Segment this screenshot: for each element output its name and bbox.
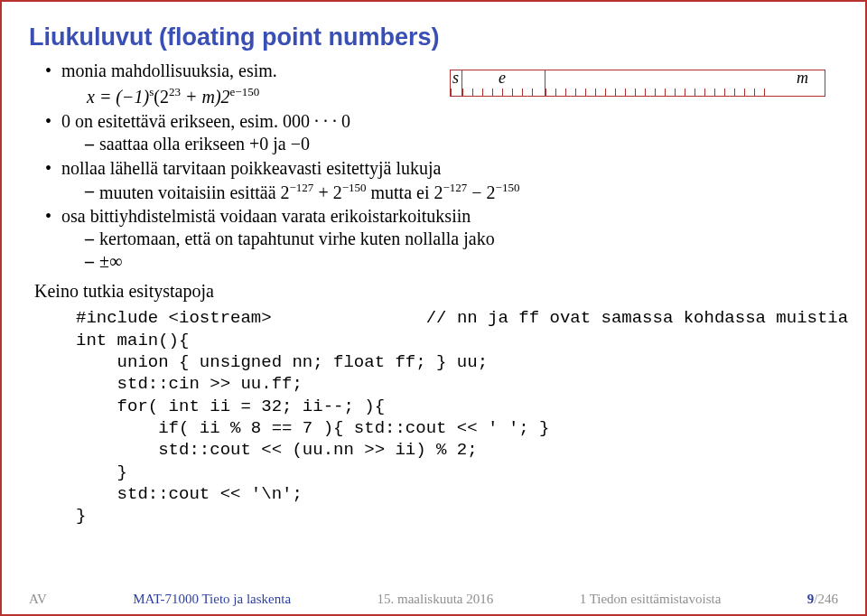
footer-date: 15. maaliskuuta 2016 [377, 592, 493, 607]
sub-bullet: muuten voitaisiin esittää 2−127 + 2−150 … [85, 181, 838, 203]
formula: x = (−1)s(223 + m)2e−150 [87, 85, 838, 107]
bullet-text: 0 on esitettävä erikseen, esim. 000 · · … [61, 111, 350, 131]
bullet-item: osa bittiyhdistelmistä voidaan varata er… [45, 206, 838, 272]
bullet-item: nollaa lähellä tarvitaan poikkeavasti es… [45, 158, 838, 203]
subsection-heading: Keino tutkia esitystapoja [34, 281, 838, 302]
bullet-text: osa bittiyhdistelmistä voidaan varata er… [61, 206, 471, 226]
footer-section: 1 Tiedon esittämistavoista [580, 592, 722, 607]
bullet-text: nollaa lähellä tarvitaan poikkeavasti es… [61, 158, 441, 178]
sub-bullet: kertomaan, että on tapahtunut virhe kute… [85, 229, 838, 249]
sub-bullet: saattaa olla erikseen +0 ja −0 [85, 134, 838, 154]
sub-bullet: ±∞ [85, 251, 838, 272]
footer-author: AV [29, 592, 47, 607]
slide-footer: AV MAT-71000 Tieto ja laskenta 15. maali… [29, 592, 838, 607]
bullet-item: 0 on esitettävä erikseen, esim. 000 · · … [45, 111, 838, 154]
bullet-list: monia mahdollisuuksia, esim. x = (−1)s(2… [45, 61, 838, 272]
slide: Liukuluvut (floating point numbers) s e … [0, 0, 867, 616]
bullet-text: monia mahdollisuuksia, esim. [61, 61, 277, 80]
footer-course: MAT-71000 Tieto ja laskenta [133, 592, 291, 607]
footer-page: 9/246 [807, 592, 838, 607]
page-title: Liukuluvut (floating point numbers) [29, 23, 838, 51]
bullet-item: monia mahdollisuuksia, esim. x = (−1)s(2… [45, 61, 838, 107]
code-block: #include <iostream> // nn ja ff ovat sam… [76, 307, 838, 527]
